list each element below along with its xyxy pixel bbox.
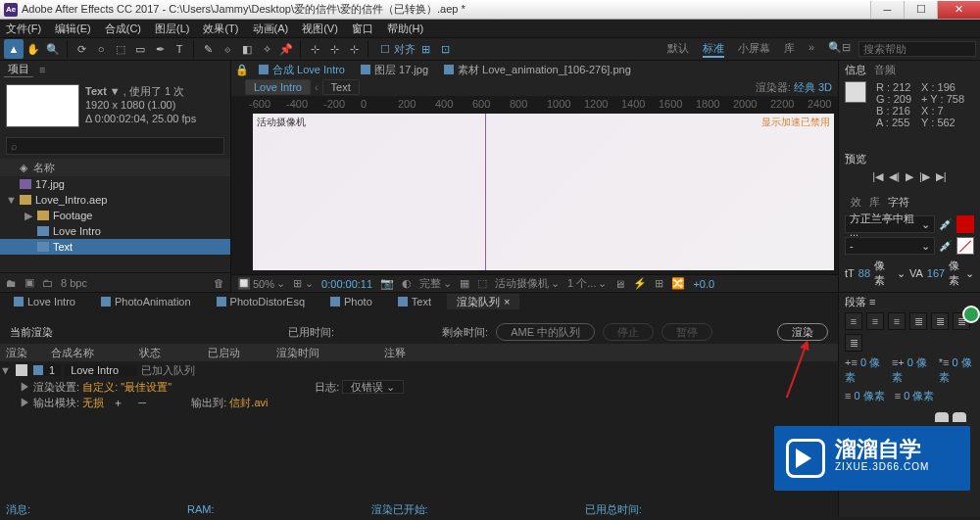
info-tab[interactable]: 信息 [845, 63, 866, 77]
font-family-select[interactable]: 方正兰亭中粗 ...⌄ [845, 215, 935, 233]
timeline-tab[interactable]: Love Intro [4, 294, 85, 309]
col-comp[interactable]: 合成名称 [45, 346, 133, 360]
character-tab[interactable]: 字符 [888, 195, 909, 210]
menu-edit[interactable]: 编辑(E) [55, 22, 91, 36]
twirl-icon[interactable]: ▼ [6, 194, 16, 206]
menu-effect[interactable]: 效果(T) [203, 22, 238, 36]
next-frame-icon[interactable]: |▶ [919, 170, 930, 183]
col-type-icon[interactable]: ◈ [20, 162, 27, 174]
roto-tool[interactable]: ✧ [257, 39, 276, 59]
channel-icon[interactable]: ◐ [402, 277, 412, 290]
interpret-icon[interactable]: 🖿 [6, 277, 17, 289]
brush-tool[interactable]: ✎ [198, 39, 218, 59]
render-queue-tab[interactable]: 渲染队列 × [447, 294, 519, 309]
comp-crumb[interactable]: Text [322, 79, 360, 95]
menu-layer[interactable]: 图层(L) [155, 22, 189, 36]
snap-toggle[interactable]: ☐ 对齐 [380, 42, 416, 57]
col-render[interactable]: 渲染 [0, 346, 45, 360]
stop-button[interactable]: 停止 [603, 323, 654, 341]
twirl-icon[interactable]: ▼ [0, 364, 10, 376]
fast-preview-icon[interactable]: ⚡ [633, 277, 647, 290]
menu-view[interactable]: 视图(V) [302, 22, 338, 36]
pixel-aspect-icon[interactable]: 🖥 [614, 278, 625, 290]
play-icon[interactable]: ▶ [906, 170, 913, 183]
grid-icon[interactable]: ▦ [460, 277, 469, 290]
indent-right[interactable]: 0 像素 [892, 356, 927, 383]
res-label[interactable]: 完整 ⌄ [419, 276, 452, 291]
justify-left-icon[interactable]: ≣ [909, 312, 927, 330]
shape-tool[interactable]: ▭ [130, 39, 150, 59]
composition-viewer[interactable]: 活动摄像机 显示加速已禁用 [253, 114, 834, 270]
pen-tool[interactable]: ✒ [150, 39, 170, 59]
time-display[interactable]: 0:00:00:11 [321, 278, 372, 290]
view-axis-icon[interactable]: ⊹ [344, 39, 364, 59]
project-thumbnail[interactable] [6, 84, 79, 127]
col-name-header[interactable]: 名称 [33, 161, 55, 175]
ame-queue-button[interactable]: AME 中的队列 [496, 323, 595, 341]
indent-left[interactable]: 0 像素 [845, 356, 880, 383]
close-tab-icon[interactable]: × [504, 296, 510, 307]
views-select[interactable]: 1 个... ⌄ [567, 276, 607, 291]
workspace-small[interactable]: 小屏幕 [738, 41, 770, 58]
handle[interactable] [935, 412, 949, 422]
text-tool[interactable]: T [170, 39, 189, 59]
viewer-tab-comp[interactable]: 合成 Love Intro [253, 62, 351, 77]
align-left-icon[interactable]: ≡ [845, 312, 862, 330]
effects-tab[interactable]: 效 [851, 195, 861, 210]
menu-animation[interactable]: 动画(A) [253, 22, 289, 36]
prev-frame-icon[interactable]: ◀| [889, 170, 900, 183]
maximize-button[interactable]: ☐ [904, 1, 937, 19]
tree-item[interactable]: ▼Love_Intro.aep [0, 192, 230, 208]
snapshot-icon[interactable]: 📷 [380, 277, 394, 290]
timeline-tab[interactable]: PhotoAnimation [91, 294, 201, 309]
col-status[interactable]: 状态 [133, 346, 202, 360]
panel-menu-icon[interactable]: ≡ [39, 64, 45, 75]
workspace-default[interactable]: 默认 [667, 41, 689, 58]
viewer-tab-layer[interactable]: 图层 17.jpg [355, 62, 434, 77]
justify-center-icon[interactable]: ≣ [931, 312, 949, 330]
last-frame-icon[interactable]: ▶| [936, 170, 947, 183]
col-rtime[interactable]: 渲染时间 [270, 346, 378, 360]
tree-item[interactable]: Love Intro [0, 223, 230, 239]
camera-select[interactable]: 活动摄像机 ⌄ [495, 276, 560, 291]
space-before[interactable]: 0 像素 [854, 390, 884, 402]
tracking-value[interactable]: 167 [927, 267, 945, 279]
search-help-input[interactable] [858, 41, 976, 57]
local-axis-icon[interactable]: ⊹ [305, 39, 324, 59]
workspace-search-icon[interactable]: 🔍⊟ [828, 41, 851, 58]
tree-item[interactable]: ▶Footage [0, 208, 230, 223]
pan-behind-tool[interactable]: ⬚ [111, 39, 130, 59]
settings-value[interactable]: 自定义: "最佳设置" [82, 381, 172, 393]
output-module-value[interactable]: 无损 [82, 397, 104, 408]
world-axis-icon[interactable]: ⊹ [324, 39, 344, 59]
menu-file[interactable]: 文件(F) [6, 22, 41, 36]
orbit-tool[interactable]: ⟳ [72, 39, 91, 59]
space-after[interactable]: 0 像素 [904, 390, 934, 402]
lock-icon[interactable]: 🔒 [235, 64, 249, 76]
snap-edges-icon[interactable]: ⊡ [435, 39, 455, 59]
add-output-icon[interactable]: ＋ [113, 397, 123, 408]
col-started[interactable]: 已启动 [202, 346, 270, 360]
preview-tab[interactable]: 预览 [845, 152, 974, 166]
eraser-tool[interactable]: ◧ [237, 39, 257, 59]
viewer-tab-footage[interactable]: 素材 Love_animation_[106-276].png [438, 62, 637, 77]
timeline-tab[interactable]: Text [388, 294, 441, 309]
col-notes[interactable]: 注释 [378, 346, 412, 360]
selection-tool[interactable]: ▲ [4, 39, 24, 59]
render-button[interactable]: 渲染 [777, 323, 828, 341]
menu-window[interactable]: 窗口 [352, 22, 373, 36]
flowchart-icon[interactable]: 🔀 [671, 277, 685, 290]
first-frame-icon[interactable]: |◀ [872, 170, 883, 183]
ruler-horizontal[interactable]: -600 -400 -200 0 200 400 600 800 1000 12… [231, 96, 838, 110]
twirl-icon[interactable]: ▶ [24, 210, 33, 222]
new-comp-icon[interactable]: ▣ [24, 276, 34, 289]
ruler-vertical[interactable] [231, 110, 249, 274]
twirl-icon[interactable]: ▶ [20, 381, 30, 393]
fill-color[interactable] [956, 215, 974, 233]
hand-tool[interactable]: ✋ [24, 39, 43, 59]
font-style-select[interactable]: -⌄ [845, 237, 935, 255]
log-select[interactable]: 仅错误 ⌄ [342, 380, 404, 394]
audio-tab[interactable]: 音频 [874, 63, 896, 77]
workspace-library[interactable]: 库 [784, 41, 795, 58]
tree-item[interactable]: 17.jpg [0, 176, 230, 192]
